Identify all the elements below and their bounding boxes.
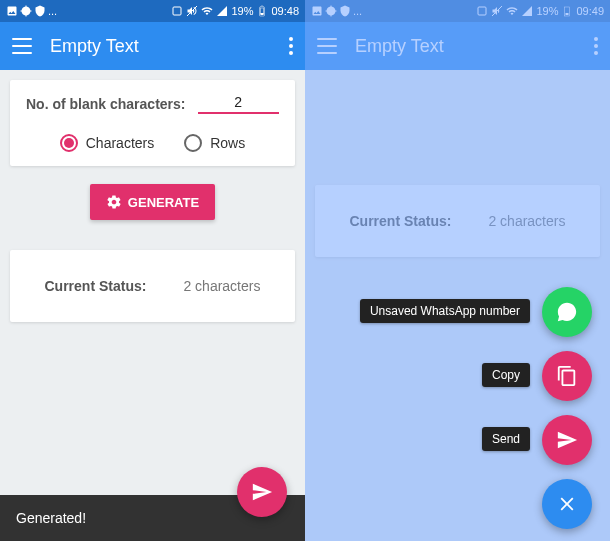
input-card: No. of blank characters: 2 Characters Ro…	[10, 80, 295, 166]
wifi-icon	[201, 5, 213, 17]
battery-icon	[256, 5, 268, 17]
radio-characters[interactable]: Characters	[60, 134, 154, 152]
clock: 09:48	[271, 5, 299, 17]
copy-icon	[556, 365, 578, 387]
signal-icon	[216, 5, 228, 17]
fab-label-copy: Copy	[482, 363, 530, 387]
radio-rows[interactable]: Rows	[184, 134, 245, 152]
generate-button[interactable]: GENERATE	[90, 184, 215, 220]
fab-whatsapp[interactable]	[542, 287, 592, 337]
mute-icon	[186, 5, 198, 17]
fab-send[interactable]	[542, 415, 592, 465]
blank-chars-label: No. of blank characters:	[26, 96, 186, 112]
fab-copy[interactable]	[542, 351, 592, 401]
status-bar: ... 19% 09:48	[0, 0, 305, 22]
fab-label-send: Send	[482, 427, 530, 451]
gps-icon	[20, 5, 32, 17]
blank-chars-input[interactable]: 2	[198, 94, 280, 114]
fab-close[interactable]	[542, 479, 592, 529]
svg-rect-2	[261, 13, 264, 15]
app-title: Empty Text	[50, 36, 289, 57]
status-value: 2 characters	[183, 278, 260, 294]
notif-ellipsis: ...	[48, 5, 57, 17]
fab-send[interactable]	[237, 467, 287, 517]
status-card: Current Status: 2 characters	[10, 250, 295, 322]
send-icon	[251, 481, 273, 503]
status-label: Current Status:	[45, 278, 147, 294]
close-icon	[556, 493, 578, 515]
shield-icon	[34, 5, 46, 17]
send-icon	[556, 429, 578, 451]
gear-icon	[106, 194, 122, 210]
nfc-icon	[171, 5, 183, 17]
image-icon	[6, 5, 18, 17]
fab-label-whatsapp: Unsaved WhatsApp number	[360, 299, 530, 323]
overflow-icon[interactable]	[289, 37, 293, 55]
battery-pct: 19%	[231, 5, 253, 17]
app-bar: Empty Text	[0, 22, 305, 70]
menu-icon[interactable]	[12, 38, 32, 54]
svg-rect-0	[173, 7, 181, 15]
whatsapp-icon	[556, 301, 578, 323]
